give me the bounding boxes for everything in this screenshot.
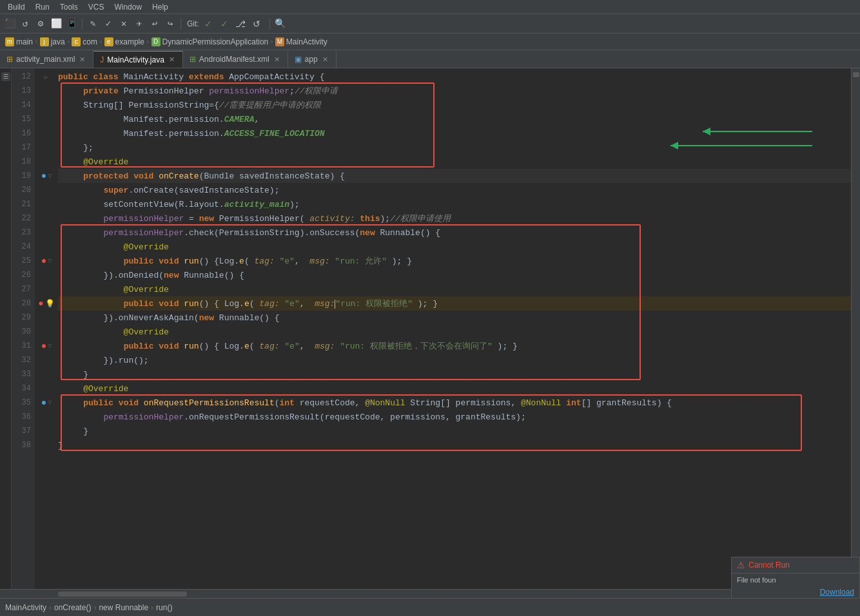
kw-super-20: super: [63, 186, 128, 195]
breadcrumb-main[interactable]: m main: [5, 37, 33, 46]
gutter-35[interactable]: ● ▽: [35, 396, 58, 410]
download-link[interactable]: Download: [732, 586, 859, 598]
tab-androidmanifest[interactable]: ⊞ AndroidManifest.xml ✕: [183, 51, 288, 68]
annotation-27: @Override: [63, 285, 169, 294]
toolbar-btn-2[interactable]: ↺: [18, 17, 32, 31]
const-16: ACCESS_FINE_LOCATION: [224, 129, 325, 139]
tabs-bar: ⊞ activity_main.xml ✕ J MainActivity.jav…: [0, 50, 860, 68]
param-msg-25: msg:: [309, 256, 329, 266]
tab-mainactivity-close[interactable]: ✕: [168, 55, 176, 64]
gutter-28[interactable]: ● 💡: [35, 296, 58, 311]
tab-app[interactable]: ▣ app ✕: [288, 51, 337, 68]
breakpoint-25: ●: [41, 256, 46, 266]
linenum-17: 17: [12, 140, 35, 155]
field-23: permissionHelper: [63, 228, 184, 238]
menu-help[interactable]: Help: [147, 0, 173, 14]
toolbar-git-check[interactable]: ✓: [201, 17, 215, 31]
gutter-31[interactable]: ● ▽: [35, 339, 58, 353]
folder-java-icon: j: [40, 37, 49, 46]
toolbar-git-revert[interactable]: ↺: [249, 17, 264, 31]
code-content[interactable]: public class MainActivity extends AppCom…: [58, 68, 851, 589]
param-msg-31: msg:: [315, 342, 335, 351]
toolbar-btn-9[interactable]: ✈: [132, 17, 146, 31]
toolbar-btn-6[interactable]: ✎: [86, 17, 100, 31]
breadcrumb-sep-4: ›: [146, 38, 150, 46]
gutter-19[interactable]: ● ▽: [35, 169, 58, 183]
breadcrumb-app[interactable]: D DynamicPermissionApplication: [151, 37, 269, 46]
tab-activity-main[interactable]: ⊞ activity_main.xml ✕: [0, 51, 93, 68]
comment-13: //权限申请: [295, 85, 338, 97]
toolbar-btn-1[interactable]: ⬛: [3, 17, 17, 31]
status-breadcrumb-run: run(): [156, 603, 172, 612]
fold-31: ▽: [48, 342, 52, 350]
field-22: permissionHelper: [63, 214, 184, 224]
line-26: }).onDenied(new Runnable() {: [58, 268, 851, 282]
linenum-21: 21: [12, 197, 35, 211]
run-indicator-35: ●: [41, 398, 46, 408]
menu-vcs[interactable]: VCS: [83, 0, 110, 14]
line-21: setContentView(R.layout.activity_main);: [58, 197, 851, 211]
run-indicator-19: ●: [41, 171, 46, 181]
breadcrumb-mainactivity[interactable]: M MainActivity: [275, 37, 327, 46]
line-22: permissionHelper = new PermissionHelper(…: [58, 211, 851, 226]
left-gutter: ☰: [0, 68, 12, 589]
line-numbers: 12 13 14 15 16 17 18 19 20 21 22 23 24 2…: [12, 68, 35, 589]
toolbar-btn-redo[interactable]: ↪: [163, 17, 177, 31]
code-26a: }).onDenied(: [63, 271, 164, 280]
breadcrumb-example-label: example: [115, 37, 144, 46]
string-25b: "run: 允许": [330, 255, 387, 267]
toolbar-btn-8[interactable]: ✕: [117, 17, 131, 31]
menu-run[interactable]: Run: [30, 0, 55, 14]
linenum-36: 36: [12, 410, 35, 424]
code-36: .onRequestPermissionsResult(requestCode,…: [184, 412, 526, 422]
tab-app-label: app: [305, 55, 318, 64]
parent-class-12: AppCompatActivity {: [229, 72, 324, 82]
git-label: Git: ✓ ✓ ⎇ ↺: [184, 17, 266, 31]
folder-icon: m: [5, 37, 14, 46]
param-tag-25: tag:: [255, 256, 275, 266]
fold-icon[interactable]: ☰: [1, 72, 10, 81]
toolbar-btn-4[interactable]: ⬜: [49, 17, 63, 31]
tab-activity-main-label: activity_main.xml: [16, 55, 75, 64]
breadcrumb-example[interactable]: e example: [104, 37, 144, 46]
scroll-thumb-bottom[interactable]: [58, 592, 187, 597]
scroll-thumb-right[interactable]: [853, 72, 859, 77]
code-29a: }).onNeverAskAgain(: [63, 313, 199, 323]
breadcrumb-com[interactable]: c com: [72, 37, 97, 46]
breadcrumb-java[interactable]: j java: [40, 37, 65, 46]
breadcrumb-sep-2: ›: [66, 38, 71, 46]
menu-tools[interactable]: Tools: [55, 0, 83, 14]
toolbar-btn-7[interactable]: ✓: [101, 17, 115, 31]
code-35b: (: [275, 398, 280, 408]
linenum-24: 24: [12, 240, 35, 254]
line-13: private PermissionHelper permissionHelpe…: [58, 84, 851, 98]
gutter-25[interactable]: ● ▽: [35, 254, 58, 268]
comma-25: ,: [295, 256, 309, 266]
line-17: };: [58, 140, 851, 155]
toolbar-btn-undo[interactable]: ↩: [148, 17, 162, 31]
tab-app-close[interactable]: ✕: [321, 55, 329, 64]
breadcrumb-com-label: com: [83, 37, 97, 46]
semi-13: ;: [289, 86, 295, 96]
code-22a: =: [184, 214, 199, 224]
string-28b: "run: 权限被拒绝": [335, 298, 413, 309]
toolbar-btn-3[interactable]: ⚙: [34, 17, 48, 31]
line-33: }: [58, 367, 851, 381]
tab-mainactivity[interactable]: J MainActivity.java ✕: [93, 51, 182, 68]
gutter-icons: ▶ ● ▽ ● ▽: [35, 68, 58, 589]
line-30: @Override: [58, 325, 851, 339]
toolbar-search[interactable]: 🔍: [273, 17, 288, 31]
line-18: @Override: [58, 155, 851, 169]
tab-mainactivity-label: MainActivity.java: [107, 55, 164, 64]
status-breadcrumb-mainactivity: MainActivity: [5, 603, 46, 612]
tab-androidmanifest-close[interactable]: ✕: [273, 55, 281, 64]
toolbar-git-merge[interactable]: ⎇: [233, 17, 248, 31]
toolbar-btn-5[interactable]: 📱: [64, 17, 79, 31]
right-scrollbar[interactable]: [851, 68, 860, 589]
linenum-18: 18: [12, 155, 35, 169]
menu-window[interactable]: Window: [109, 0, 147, 14]
string-31a: "e": [280, 342, 300, 351]
toolbar-git-check2[interactable]: ✓: [217, 17, 231, 31]
menu-build[interactable]: Build: [3, 0, 30, 14]
tab-activity-main-close[interactable]: ✕: [78, 55, 86, 64]
